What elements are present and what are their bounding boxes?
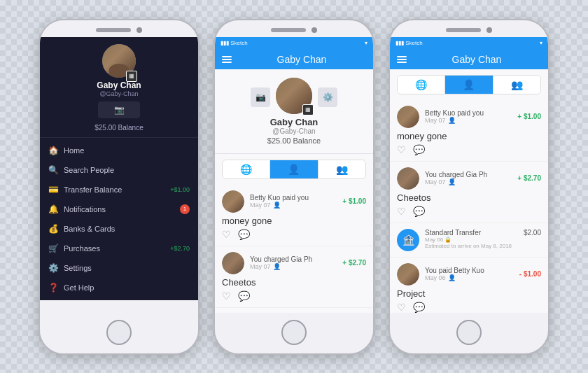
nav-item-settings[interactable]: ⚙️ Settings bbox=[40, 258, 198, 278]
banks-icon: 💰 bbox=[48, 224, 58, 234]
volume-up-button[interactable] bbox=[388, 99, 390, 115]
feed-date: May 06 👤 bbox=[425, 274, 514, 281]
like-button[interactable]: ♡ bbox=[397, 302, 406, 313]
phone-screen: ▦ Gaby Chan @Gaby-Chan 📷 $25.00 Balance … bbox=[40, 37, 198, 313]
home-button[interactable] bbox=[106, 320, 132, 345]
front-camera bbox=[486, 27, 492, 33]
status-bar: ▮▮▮ Sketch ▾ bbox=[215, 37, 373, 50]
nav-item-transfer[interactable]: 💳 Transfer Balance +$1.00 bbox=[40, 180, 198, 199]
feed-list: Betty Kuo paid you May 07 👤 + $1.00 mone… bbox=[390, 100, 548, 313]
nav-item-search[interactable]: 🔍 Search People bbox=[40, 160, 198, 180]
date-text: May 06 bbox=[425, 237, 443, 243]
std-subtitle: Estimated to arrive on May 8, 2018 bbox=[425, 243, 518, 249]
nav-item-banks[interactable]: 💰 Banks & Cards bbox=[40, 219, 198, 239]
phone-bottom-bar bbox=[40, 313, 198, 353]
like-button[interactable]: ♡ bbox=[222, 290, 231, 302]
volume-down-button[interactable] bbox=[38, 121, 40, 138]
tab-person[interactable]: 👤 bbox=[445, 76, 493, 94]
feed-message: money gone bbox=[397, 131, 541, 141]
feed-actions: ♡ 💬 bbox=[222, 229, 366, 240]
nav-item-home[interactable]: 🏠 Home bbox=[40, 141, 198, 160]
like-button[interactable]: ♡ bbox=[397, 144, 406, 155]
feed-title: Betty Kuo paid you bbox=[250, 194, 337, 202]
status-bar: ▮▮▮ Sketch ▾ bbox=[390, 37, 548, 50]
feed-avatar-image bbox=[397, 106, 419, 128]
volume-down-button[interactable] bbox=[214, 121, 215, 138]
feed-avatar bbox=[222, 252, 244, 274]
comment-button[interactable]: 💬 bbox=[238, 229, 250, 240]
feed-avatar bbox=[397, 167, 419, 190]
comment-button[interactable]: 💬 bbox=[413, 302, 425, 313]
standard-transfer-item: 🏦 Standard Transfer May 06 🔒 Estimated t… bbox=[390, 223, 548, 258]
home-button[interactable] bbox=[281, 320, 307, 345]
phone-top-bar bbox=[215, 20, 373, 37]
hamburger-menu[interactable] bbox=[397, 56, 407, 63]
profile-handle: @Gaby-Chan bbox=[272, 127, 315, 135]
tab-person[interactable]: 👤 bbox=[270, 160, 318, 178]
lock-icon: 🔒 bbox=[444, 237, 451, 243]
feed-item: You charged Gia Ph May 07 👤 + $2.70 Chee… bbox=[215, 246, 373, 308]
settings-button[interactable]: ⚙️ bbox=[318, 87, 337, 107]
camera-button[interactable]: 📷 bbox=[251, 87, 270, 107]
nav-label-search: Search People bbox=[64, 166, 114, 174]
std-header: 🏦 Standard Transfer May 06 🔒 Estimated t… bbox=[397, 229, 541, 251]
volume-up-button[interactable] bbox=[214, 99, 215, 115]
sidebar-navigation: 🏠 Home 🔍 Search People 💳 Transfer Balanc… bbox=[40, 138, 198, 300]
volume-up-button[interactable] bbox=[38, 99, 40, 115]
help-icon: ❓ bbox=[48, 283, 58, 293]
volume-down-button[interactable] bbox=[388, 121, 390, 138]
user-handle: @Gaby-Chan bbox=[99, 90, 138, 97]
qr-badge[interactable]: ▦ bbox=[126, 71, 137, 82]
nav-item-help[interactable]: ❓ Get Help bbox=[40, 278, 198, 297]
nav-item-notifications[interactable]: 🔔 Notifications 1 bbox=[40, 199, 198, 219]
qr-icon: ▦ bbox=[305, 106, 311, 113]
feed-date: May 07 👤 bbox=[250, 202, 337, 209]
feed-title: You charged Gia Ph bbox=[250, 255, 337, 263]
nav-item-purchases[interactable]: 🛒 Purchases +$2.70 bbox=[40, 239, 198, 258]
tab-globe[interactable]: 🌐 bbox=[398, 76, 445, 94]
like-button[interactable]: ♡ bbox=[397, 206, 406, 217]
comment-button[interactable]: 💬 bbox=[413, 206, 425, 217]
tab-globe[interactable]: 🌐 bbox=[223, 160, 270, 178]
profile-name: Gaby Chan bbox=[270, 117, 318, 127]
search-icon: 🔍 bbox=[48, 165, 58, 175]
person-icon: 👤 bbox=[273, 263, 281, 270]
feed-actions: ♡ 💬 bbox=[397, 144, 541, 155]
comment-button[interactable]: 💬 bbox=[238, 290, 250, 302]
feed-avatar-image bbox=[222, 252, 244, 274]
app-title: Gaby Chan bbox=[412, 54, 541, 65]
person-icon: 👤 bbox=[273, 202, 281, 209]
qr-badge[interactable]: ▦ bbox=[302, 104, 314, 115]
wifi-icon: ▾ bbox=[540, 40, 542, 46]
person-icon: 👤 bbox=[448, 178, 456, 185]
home-button[interactable] bbox=[456, 320, 482, 345]
tab-people[interactable]: 👥 bbox=[493, 76, 540, 94]
date-text: May 07 bbox=[250, 263, 271, 270]
transfer-icon: 💳 bbox=[48, 185, 58, 195]
profile-balance: $25.00 Balance bbox=[267, 136, 321, 145]
transfer-amount: +$1.00 bbox=[170, 186, 190, 193]
tab-people[interactable]: 👥 bbox=[318, 160, 365, 178]
menu-line-1 bbox=[397, 56, 407, 57]
profile-section: 📷 ▦ ⚙️ Gaby Chan @Gaby-Chan $25.00 Balan… bbox=[215, 69, 373, 154]
feed-actions: ♡ 💬 bbox=[397, 302, 541, 313]
qr-icon: ▦ bbox=[129, 73, 134, 79]
feed-date: May 07 👤 bbox=[425, 117, 512, 124]
bank-icon: 🏦 bbox=[397, 229, 419, 251]
like-button[interactable]: ♡ bbox=[222, 229, 231, 240]
feed-avatar-image bbox=[222, 190, 244, 213]
feed-avatar-image bbox=[397, 167, 419, 190]
date-text: May 07 bbox=[425, 117, 446, 124]
comment-button[interactable]: 💬 bbox=[413, 144, 425, 155]
feed-avatar bbox=[397, 106, 419, 128]
nav-label-help: Get Help bbox=[64, 283, 94, 292]
std-date: May 06 🔒 bbox=[425, 237, 518, 243]
hamburger-menu[interactable] bbox=[222, 56, 232, 63]
feed-actions: ♡ 💬 bbox=[397, 206, 541, 217]
sidebar-header: ▦ Gaby Chan @Gaby-Chan 📷 $25.00 Balance bbox=[40, 37, 198, 138]
app-header: Gaby Chan bbox=[215, 50, 373, 69]
menu-line-2 bbox=[222, 59, 232, 60]
feed-amount: - $1.00 bbox=[519, 270, 541, 278]
menu-line-1 bbox=[222, 56, 232, 57]
menu-line-3 bbox=[397, 62, 407, 63]
